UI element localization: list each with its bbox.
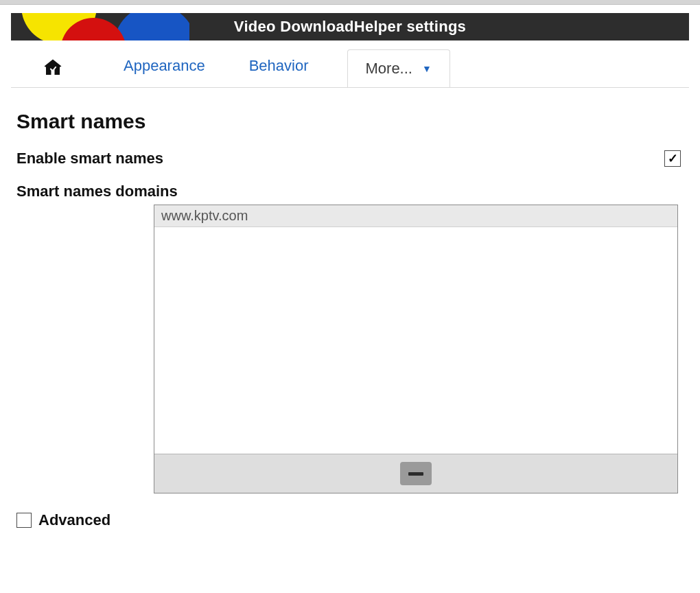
enable-smart-names-checkbox[interactable] [664,150,681,167]
domain-list-item[interactable]: www.kptv.com [154,205,677,227]
domains-toolbar [154,454,677,493]
smart-names-domains-label: Smart names domains [16,183,684,200]
chevron-down-icon: ▼ [422,63,432,74]
logo-shapes [11,13,189,40]
svg-point-0 [114,13,189,40]
header-bar: Video DownloadHelper settings [11,13,689,40]
content-area: Smart names Enable smart names Smart nam… [0,88,700,536]
tab-more[interactable]: More... ▼ [347,49,450,87]
header-spacer [0,5,700,13]
remove-domain-button[interactable] [400,462,432,485]
tab-behavior[interactable]: Behavior [244,49,314,87]
tab-more-label: More... [366,60,412,78]
window-frame-bar [0,0,700,5]
advanced-checkbox[interactable] [16,513,32,528]
advanced-row: Advanced [16,511,684,529]
section-title: Smart names [16,110,684,133]
header-title: Video DownloadHelper settings [234,18,466,36]
domains-list-body[interactable] [154,227,677,454]
tabs-row: Appearance Behavior More... ▼ [11,40,689,88]
home-icon[interactable] [41,56,65,80]
minus-icon [408,472,423,476]
tab-appearance[interactable]: Appearance [118,49,211,87]
domains-listbox[interactable]: www.kptv.com [154,205,678,493]
enable-smart-names-row: Enable smart names [16,150,684,167]
enable-smart-names-label: Enable smart names [16,150,163,167]
advanced-label: Advanced [38,511,110,529]
domains-panel: www.kptv.com [154,205,678,493]
